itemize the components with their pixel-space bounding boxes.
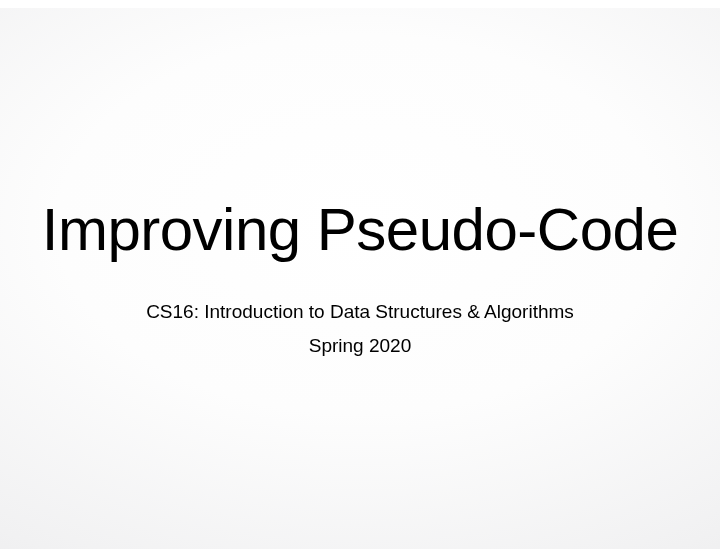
slide-container: Improving Pseudo-Code CS16: Introduction… (0, 0, 720, 557)
title-slide: Improving Pseudo-Code CS16: Introduction… (0, 8, 720, 549)
slide-title: Improving Pseudo-Code (42, 197, 679, 263)
slide-subtitle: CS16: Introduction to Data Structures & … (146, 297, 574, 326)
slide-term: Spring 2020 (309, 331, 411, 360)
